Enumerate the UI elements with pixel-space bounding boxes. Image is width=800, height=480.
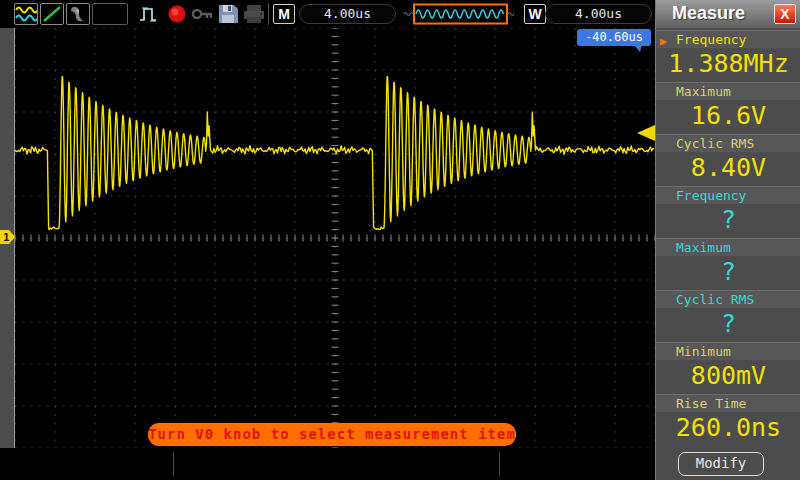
main-timebase-value[interactable]: 4.00us	[299, 4, 396, 24]
oscilloscope-screen: M 4.00us W 4.00us 1 -40.60us Turn V0 kno…	[0, 0, 800, 480]
measure-panel-header: Measure X	[656, 0, 800, 28]
measure-value: 800mV	[656, 360, 800, 394]
channel-waves-icon[interactable]	[14, 3, 38, 25]
record-icon[interactable]	[167, 3, 187, 25]
measure-item-cyclic-rms-1[interactable]: Cyclic RMS	[656, 134, 800, 152]
measure-value: ?	[656, 204, 800, 238]
lock-key-icon[interactable]	[191, 3, 215, 25]
measure-value: 260.0ns	[656, 412, 800, 446]
measure-value: 1.388MHz	[656, 48, 800, 82]
print-icon[interactable]	[242, 3, 266, 25]
measure-item-minimum[interactable]: Minimum	[656, 342, 800, 360]
record-window-strip[interactable]	[402, 3, 519, 25]
statusbar-divider	[499, 452, 500, 476]
measure-item-frequency-1[interactable]: ▶ Frequency	[656, 30, 800, 48]
trigger-delay-tag-tail	[634, 45, 642, 52]
persist-display-icon[interactable]	[66, 3, 90, 25]
window-timebase-value[interactable]: 4.00us	[545, 4, 652, 24]
hint-message: Turn V0 knob to select measurement item	[148, 423, 516, 446]
graticule-grid	[15, 28, 655, 448]
measure-panel: Measure X ▶ Frequency 1.388MHz Maximum 1…	[655, 0, 800, 480]
panel-title: Measure	[672, 3, 745, 24]
trigger-delay-tag: -40.60us	[577, 29, 651, 46]
measure-item-maximum-2[interactable]: Maximum	[656, 238, 800, 256]
measure-value: 8.40V	[656, 152, 800, 186]
modify-button[interactable]: Modify	[678, 452, 764, 476]
save-floppy-icon[interactable]	[216, 3, 240, 25]
toolbar-divider	[268, 3, 269, 25]
measure-value: ?	[656, 308, 800, 342]
ch1-ground-marker: 1	[0, 229, 15, 245]
top-toolbar: M 4.00us W 4.00us	[0, 0, 655, 28]
measure-item-cyclic-rms-2[interactable]: Cyclic RMS	[656, 290, 800, 308]
statusbar-divider	[173, 452, 174, 476]
measure-value: 16.6V	[656, 100, 800, 134]
measure-item-frequency-2[interactable]: Frequency	[656, 186, 800, 204]
close-icon[interactable]: X	[774, 4, 796, 24]
trigger-level-arrow-icon	[637, 125, 655, 141]
measure-item-rise-time[interactable]: Rise Time	[656, 394, 800, 412]
measure-item-maximum-1[interactable]: Maximum	[656, 82, 800, 100]
status-bar: DC 20 5.00V CH1 10.4V 390.000KHz	[0, 448, 655, 480]
ch1-waveform-trace	[15, 77, 654, 230]
empty-slot	[92, 3, 128, 25]
main-timebase-badge: M	[273, 4, 295, 24]
waveform-display	[14, 28, 655, 448]
window-timebase-badge: W	[524, 4, 546, 24]
svg-text:1: 1	[3, 231, 10, 244]
pulse-icon[interactable]	[138, 3, 164, 25]
cursor-line-icon[interactable]	[40, 3, 64, 25]
measure-value: ?	[656, 256, 800, 290]
